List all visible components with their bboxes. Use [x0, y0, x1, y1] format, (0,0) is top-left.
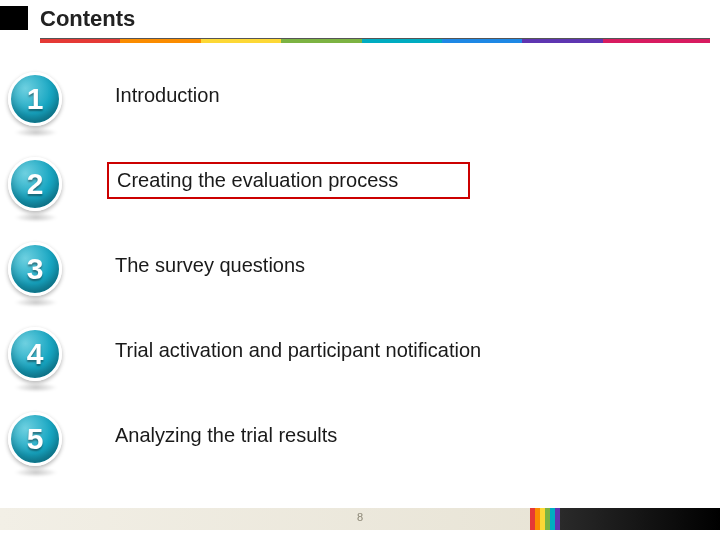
page-number: 8 — [0, 511, 720, 523]
page-title: Contents — [40, 6, 135, 32]
header: Contents — [0, 0, 720, 48]
list-item: 2 Creating the evaluation process — [0, 145, 720, 230]
list-item: 1 Introduction — [0, 60, 720, 145]
header-accent-bar — [0, 6, 28, 30]
item-label: Introduction — [115, 84, 220, 107]
item-label-current: Creating the evaluation process — [107, 162, 470, 199]
badge-number: 5 — [27, 422, 44, 456]
item-label: Trial activation and participant notific… — [115, 339, 481, 362]
footer: 8 — [0, 508, 720, 530]
number-badge: 5 — [8, 412, 62, 466]
header-rainbow-stripe — [40, 39, 710, 43]
number-badge: 3 — [8, 242, 62, 296]
contents-list: 1 Introduction 2 Creating the evaluation… — [0, 60, 720, 485]
number-badge: 4 — [8, 327, 62, 381]
badge-shadow — [14, 383, 58, 392]
number-badge: 2 — [8, 157, 62, 211]
item-label: Analyzing the trial results — [115, 424, 337, 447]
badge-number: 2 — [27, 167, 44, 201]
slide: Contents 1 Introduction 2 Creating the e… — [0, 0, 720, 540]
badge-shadow — [14, 298, 58, 307]
list-item: 4 Trial activation and participant notif… — [0, 315, 720, 400]
list-item: 3 The survey questions — [0, 230, 720, 315]
number-badge: 1 — [8, 72, 62, 126]
badge-number: 3 — [27, 252, 44, 286]
badge-number: 1 — [27, 82, 44, 116]
item-label: The survey questions — [115, 254, 305, 277]
badge-shadow — [14, 468, 58, 477]
badge-number: 4 — [27, 337, 44, 371]
badge-shadow — [14, 213, 58, 222]
badge-shadow — [14, 128, 58, 137]
list-item: 5 Analyzing the trial results — [0, 400, 720, 485]
